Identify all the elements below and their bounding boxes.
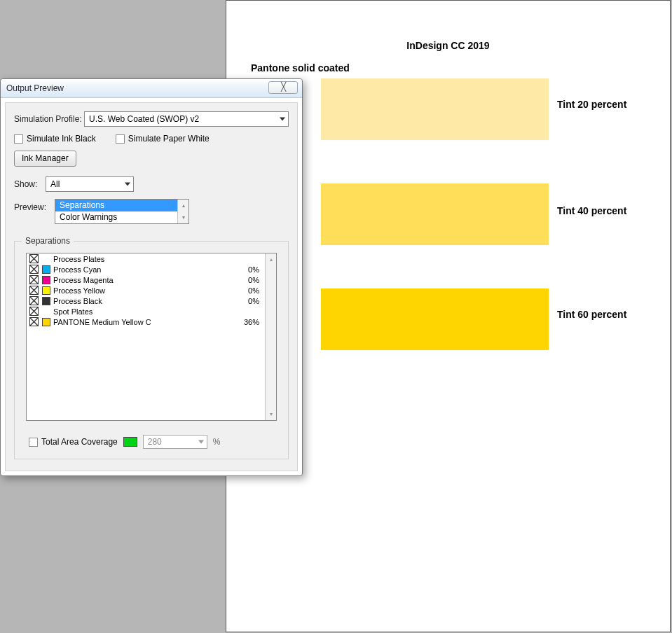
- preview-label: Preview:: [14, 199, 55, 212]
- sep-name: Process Cyan: [53, 265, 234, 274]
- sep-swatch-black: [42, 297, 50, 305]
- coverage-unit: %: [213, 437, 221, 447]
- sep-name: Process Magenta: [53, 276, 234, 284]
- visibility-toggle-icon[interactable]: [29, 296, 39, 305]
- ink-manager-row: Ink Manager: [14, 151, 289, 167]
- sep-value: 0%: [234, 276, 262, 284]
- sep-row-spot-plates[interactable]: Spot Plates: [27, 306, 265, 316]
- simulation-profile-value: U.S. Web Coated (SWOP) v2: [89, 114, 199, 124]
- sep-row-process-magenta[interactable]: Process Magenta 0%: [27, 274, 265, 285]
- chevron-down-icon: [280, 118, 285, 121]
- simulate-ink-black-checkbox[interactable]: Simulate Ink Black: [14, 134, 96, 144]
- visibility-toggle-icon[interactable]: [29, 254, 39, 263]
- visibility-toggle-icon[interactable]: [29, 265, 39, 274]
- sep-row-process-yellow[interactable]: Process Yellow 0%: [27, 285, 265, 295]
- separations-rows: Process Plates Process Cyan 0% Process M…: [27, 253, 265, 327]
- sep-row-process-black[interactable]: Process Black 0%: [27, 295, 265, 306]
- sep-swatch-cyan: [42, 265, 50, 274]
- close-button[interactable]: ╳: [268, 81, 298, 94]
- show-value: All: [50, 179, 60, 189]
- simulation-profile-label: Simulation Profile:: [14, 114, 84, 124]
- visibility-toggle-icon[interactable]: [29, 286, 39, 295]
- dialog-titlebar[interactable]: Output Preview ╳: [1, 79, 302, 98]
- dialog-title: Output Preview: [6, 83, 64, 93]
- total-area-coverage-row: Total Area Coverage 280 %: [26, 435, 277, 449]
- output-preview-dialog: Output Preview ╳ Simulation Profile: U.S…: [0, 78, 303, 476]
- sep-name: Process Yellow: [53, 286, 234, 295]
- sep-value: 0%: [234, 265, 262, 274]
- sep-value: 36%: [234, 318, 262, 326]
- simulate-paper-white-checkbox[interactable]: Simulate Paper White: [116, 134, 210, 144]
- sep-row-process-cyan[interactable]: Process Cyan 0%: [27, 264, 265, 274]
- ink-manager-button[interactable]: Ink Manager: [14, 151, 76, 167]
- tint-swatch-60: [321, 288, 549, 350]
- sep-name: PANTONE Medium Yellow C: [53, 318, 234, 326]
- show-label: Show:: [14, 179, 46, 189]
- sep-swatch-pantone-yellow: [42, 318, 50, 326]
- simulate-ink-black-label: Simulate Ink Black: [27, 134, 96, 144]
- preview-option-separations[interactable]: Separations: [55, 200, 188, 211]
- scroll-up-icon: ▴: [178, 200, 188, 211]
- checkbox-box-icon: [29, 438, 38, 447]
- total-area-coverage-checkbox[interactable]: Total Area Coverage: [29, 437, 118, 447]
- chevron-down-icon: [125, 183, 130, 186]
- scroll-up-icon: ▴: [266, 253, 276, 265]
- visibility-toggle-icon[interactable]: [29, 275, 39, 284]
- sep-row-pantone-medium-yellow[interactable]: PANTONE Medium Yellow C 36%: [27, 316, 265, 327]
- coverage-value-input[interactable]: 280: [143, 435, 207, 449]
- coverage-value: 280: [148, 437, 162, 447]
- separations-group-title: Separations: [22, 236, 74, 246]
- sep-name: Process Plates: [53, 255, 234, 263]
- show-row: Show: All: [14, 176, 289, 192]
- simulation-profile-row: Simulation Profile: U.S. Web Coated (SWO…: [14, 111, 289, 127]
- preview-scrollbar[interactable]: ▴ ▾: [177, 200, 188, 223]
- separations-list[interactable]: Process Plates Process Cyan 0% Process M…: [26, 253, 277, 421]
- tint-swatch-40: [321, 183, 549, 245]
- tint-label-20: Tint 20 percent: [557, 99, 626, 110]
- preview-listbox[interactable]: Separations Color Warnings ▴ ▾: [55, 199, 189, 224]
- close-icon: ╳: [281, 82, 286, 92]
- sep-swatch-magenta: [42, 276, 50, 284]
- scroll-down-icon: ▾: [178, 211, 188, 223]
- visibility-toggle-icon[interactable]: [29, 307, 39, 316]
- separations-scrollbar[interactable]: ▴ ▾: [265, 253, 276, 420]
- checkbox-box-icon: [14, 134, 23, 144]
- checkbox-box-icon: [116, 134, 125, 144]
- sep-value: 0%: [234, 297, 262, 305]
- preview-row: Preview: Separations Color Warnings ▴ ▾: [14, 199, 289, 224]
- sep-row-process-plates[interactable]: Process Plates: [27, 253, 265, 264]
- page-subtitle: Pantone solid coated: [251, 62, 350, 74]
- tint-label-40: Tint 40 percent: [557, 205, 626, 216]
- sep-name: Spot Plates: [53, 307, 234, 316]
- scroll-down-icon: ▾: [266, 408, 276, 420]
- separations-groupbox: Separations Process Plates Process Cyan …: [14, 241, 289, 459]
- page-title: InDesign CC 2019: [226, 40, 670, 51]
- coverage-color-swatch[interactable]: [123, 437, 137, 447]
- tint-label-60: Tint 60 percent: [557, 309, 626, 320]
- total-area-coverage-label: Total Area Coverage: [41, 437, 118, 447]
- simulate-paper-white-label: Simulate Paper White: [128, 134, 210, 144]
- simulation-profile-select[interactable]: U.S. Web Coated (SWOP) v2: [84, 111, 289, 127]
- sep-name: Process Black: [53, 297, 234, 305]
- scroll-track[interactable]: [266, 265, 276, 408]
- chevron-down-icon: [198, 440, 204, 444]
- tint-swatch-20: [321, 78, 549, 140]
- show-select[interactable]: All: [46, 176, 134, 192]
- sep-value: 0%: [234, 286, 262, 295]
- preview-option-color-warnings[interactable]: Color Warnings: [55, 211, 188, 223]
- visibility-toggle-icon[interactable]: [29, 317, 39, 326]
- sep-swatch-yellow: [42, 286, 50, 295]
- simulate-checkbox-row: Simulate Ink Black Simulate Paper White: [14, 134, 289, 144]
- dialog-body: Simulation Profile: U.S. Web Coated (SWO…: [5, 102, 298, 471]
